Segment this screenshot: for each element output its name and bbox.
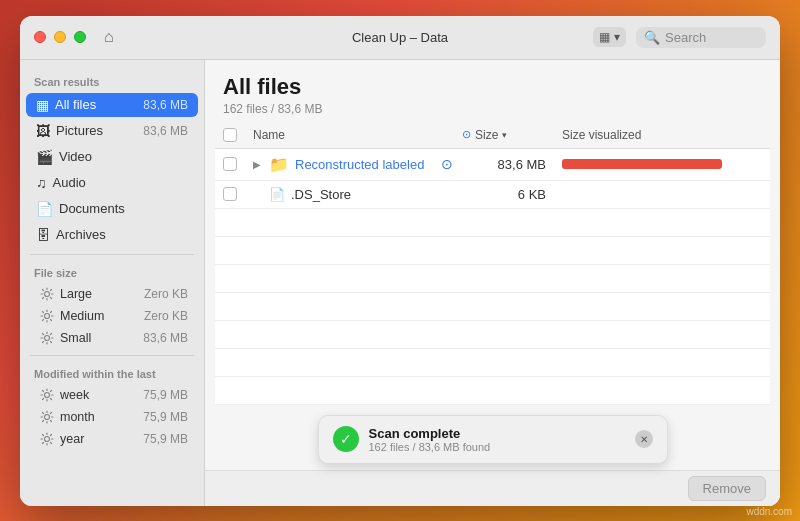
sidebar-item-size: 83,6 MB: [143, 98, 188, 112]
sidebar: Scan results ▦ All files 83,6 MB 🖼 Pictu…: [20, 60, 205, 506]
table-row[interactable]: ▶ 📁 Reconstructed labeled ⊙ 83,6 MB: [215, 149, 770, 181]
name-column-label: Name: [253, 128, 285, 142]
sidebar-item-label: All files: [55, 97, 137, 112]
sidebar-item-pictures[interactable]: 🖼 Pictures 83,6 MB: [26, 119, 198, 143]
empty-row: [215, 209, 770, 237]
sidebar-item-label: Medium: [60, 309, 138, 323]
gear-icon: [40, 388, 54, 402]
pictures-icon: 🖼: [36, 123, 50, 139]
select-all-checkbox[interactable]: [223, 128, 237, 142]
svg-point-1: [45, 313, 50, 318]
audio-icon: ♫: [36, 175, 47, 191]
expand-icon[interactable]: ▶: [253, 159, 269, 170]
empty-row: [215, 265, 770, 293]
documents-icon: 📄: [36, 201, 53, 217]
sidebar-item-label: Large: [60, 287, 138, 301]
sidebar-item-label: month: [60, 410, 137, 424]
sidebar-item-large[interactable]: Large Zero KB: [26, 284, 198, 304]
table-row[interactable]: ▶ 📄 .DS_Store 6 KB: [215, 181, 770, 209]
archives-icon: 🗄: [36, 227, 50, 243]
close-button[interactable]: [34, 31, 46, 43]
sidebar-item-label: Documents: [59, 201, 188, 216]
sidebar-item-size: 83,6 MB: [143, 124, 188, 138]
view-toggle-button[interactable]: ▦ ▾: [593, 27, 626, 47]
minimize-button[interactable]: [54, 31, 66, 43]
sidebar-item-size: 83,6 MB: [143, 331, 188, 345]
grid-icon: ▦: [599, 30, 610, 44]
sidebar-item-size: 75,9 MB: [143, 432, 188, 446]
sidebar-item-week[interactable]: week 75,9 MB: [26, 385, 198, 405]
chevron-down-icon: ▾: [614, 30, 620, 44]
toast-text: Scan complete 162 files / 83,6 MB found: [369, 426, 625, 453]
svg-point-3: [45, 392, 50, 397]
main-footer: Remove: [205, 470, 780, 506]
sidebar-item-label: Audio: [53, 175, 189, 190]
page-title: All files: [223, 74, 762, 100]
row-name: 📄 .DS_Store: [269, 187, 432, 202]
header-size[interactable]: ⊙ Size ▾: [462, 128, 562, 142]
gear-icon: [40, 287, 54, 301]
toast-title: Scan complete: [369, 426, 625, 441]
svg-point-2: [45, 335, 50, 340]
watermark: wddn.com: [746, 506, 792, 517]
sidebar-item-size: Zero KB: [144, 287, 188, 301]
empty-row: [215, 349, 770, 377]
expand-icon: ▶: [253, 189, 269, 200]
sidebar-item-month[interactable]: month 75,9 MB: [26, 407, 198, 427]
sidebar-item-video[interactable]: 🎬 Video: [26, 145, 198, 169]
empty-row: [215, 377, 770, 405]
divider: [30, 355, 194, 356]
svg-point-4: [45, 414, 50, 419]
folder-icon: 📁: [269, 155, 289, 174]
file-name: .DS_Store: [291, 187, 351, 202]
empty-row: [215, 237, 770, 265]
info-circle-icon: ⊙: [441, 156, 453, 172]
sidebar-item-documents[interactable]: 📄 Documents: [26, 197, 198, 221]
svg-point-5: [45, 436, 50, 441]
row-checkbox[interactable]: [223, 187, 237, 201]
toast-subtitle: 162 files / 83,6 MB found: [369, 441, 625, 453]
search-bar[interactable]: 🔍 Search: [636, 27, 766, 48]
app-window: ⌂ Clean Up – Data ▦ ▾ 🔍 Search Scan resu…: [20, 16, 780, 506]
info-icon[interactable]: ⊙: [432, 156, 462, 172]
sidebar-item-audio[interactable]: ♫ Audio: [26, 171, 198, 195]
row-checkbox-area[interactable]: [223, 157, 253, 171]
svg-point-0: [45, 291, 50, 296]
file-count-subtitle: 162 files / 83,6 MB: [223, 102, 762, 116]
gear-icon: [40, 331, 54, 345]
empty-row: [215, 293, 770, 321]
sidebar-item-archives[interactable]: 🗄 Archives: [26, 223, 198, 247]
sidebar-item-label: year: [60, 432, 137, 446]
maximize-button[interactable]: [74, 31, 86, 43]
scan-results-label: Scan results: [20, 70, 204, 92]
sidebar-item-size: 75,9 MB: [143, 388, 188, 402]
home-icon[interactable]: ⌂: [104, 28, 114, 46]
size-column-label: Size: [475, 128, 498, 142]
row-checkbox-area[interactable]: [223, 187, 253, 201]
sort-icon: ▾: [502, 130, 507, 140]
sidebar-item-small[interactable]: Small 83,6 MB: [26, 328, 198, 348]
video-icon: 🎬: [36, 149, 53, 165]
sidebar-item-all-files[interactable]: ▦ All files 83,6 MB: [26, 93, 198, 117]
modified-label: Modified within the last: [20, 362, 204, 384]
empty-rows: [215, 209, 770, 405]
size-vis-column-label: Size visualized: [562, 128, 641, 142]
gear-icon: [40, 410, 54, 424]
gear-icon: [40, 309, 54, 323]
titlebar: ⌂ Clean Up – Data ▦ ▾ 🔍 Search: [20, 16, 780, 60]
sidebar-item-year[interactable]: year 75,9 MB: [26, 429, 198, 449]
search-placeholder: Search: [665, 30, 706, 45]
remove-button[interactable]: Remove: [688, 476, 766, 501]
content-area: Scan results ▦ All files 83,6 MB 🖼 Pictu…: [20, 60, 780, 506]
file-size: 6 KB: [462, 187, 562, 202]
row-checkbox[interactable]: [223, 157, 237, 171]
header-size-vis: Size visualized: [562, 128, 762, 142]
sidebar-item-label: Video: [59, 149, 188, 164]
sidebar-item-label: Pictures: [56, 123, 137, 138]
sidebar-item-medium[interactable]: Medium Zero KB: [26, 306, 198, 326]
header-name[interactable]: Name: [253, 128, 462, 142]
toast-close-button[interactable]: ✕: [635, 430, 653, 448]
main-header: All files 162 files / 83,6 MB: [205, 60, 780, 122]
header-check: [223, 128, 253, 142]
sidebar-item-label: week: [60, 388, 137, 402]
